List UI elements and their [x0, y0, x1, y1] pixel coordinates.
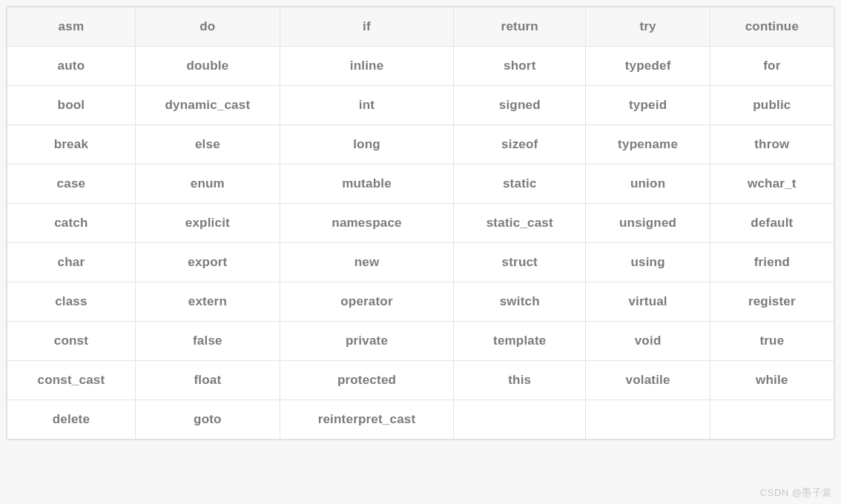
table-cell: delete [7, 400, 136, 440]
table-row: auto double inline short typedef for [7, 47, 834, 86]
table-cell: goto [135, 400, 280, 440]
table-cell: else [135, 125, 280, 165]
table-cell: friend [710, 243, 834, 282]
table-cell: typedef [586, 47, 710, 86]
table-row: char export new struct using friend [7, 243, 834, 282]
table-cell: signed [454, 86, 586, 125]
table-cell: reinterpret_cast [280, 400, 453, 440]
watermark: CSDN @墨子裳 [760, 486, 832, 500]
table-cell: inline [280, 47, 453, 86]
keywords-table: asm do if return try continue auto doubl… [7, 7, 834, 440]
table-cell: unsigned [586, 204, 710, 243]
table-cell: this [454, 361, 586, 400]
table-cell: const [7, 322, 136, 361]
table-cell: char [7, 243, 136, 282]
table-cell: while [710, 361, 834, 400]
table-cell: static [454, 165, 586, 204]
table-cell: for [710, 47, 834, 86]
header-cell: asm [7, 7, 136, 47]
table-cell: using [586, 243, 710, 282]
table-cell: true [710, 322, 834, 361]
table-header-row: asm do if return try continue [7, 7, 834, 47]
table-cell: struct [454, 243, 586, 282]
table-cell: mutable [280, 165, 453, 204]
table-cell: enum [135, 165, 280, 204]
table-row: case enum mutable static union wchar_t [7, 165, 834, 204]
table-cell: throw [710, 125, 834, 165]
table-cell: double [135, 47, 280, 86]
table-cell: volatile [586, 361, 710, 400]
table-cell: export [135, 243, 280, 282]
table-cell: auto [7, 47, 136, 86]
header-cell: if [280, 7, 453, 47]
table-cell: sizeof [454, 125, 586, 165]
table-cell: int [280, 86, 453, 125]
table-cell: const_cast [7, 361, 136, 400]
table-cell [710, 400, 834, 440]
table-cell: bool [7, 86, 136, 125]
table-cell: explicit [135, 204, 280, 243]
table-cell: default [710, 204, 834, 243]
table-cell: virtual [586, 282, 710, 322]
table-row: catch explicit namespace static_cast uns… [7, 204, 834, 243]
table-cell [586, 400, 710, 440]
table-cell: operator [280, 282, 453, 322]
table-cell: typename [586, 125, 710, 165]
table-cell: wchar_t [710, 165, 834, 204]
table-cell: new [280, 243, 453, 282]
table-row: const_cast float protected this volatile… [7, 361, 834, 400]
table-cell: private [280, 322, 453, 361]
table-cell: break [7, 125, 136, 165]
table-cell: register [710, 282, 834, 322]
table-cell: protected [280, 361, 453, 400]
table-cell: float [135, 361, 280, 400]
table-cell: short [454, 47, 586, 86]
table-row: class extern operator switch virtual reg… [7, 282, 834, 322]
table-cell: long [280, 125, 453, 165]
table-cell: false [135, 322, 280, 361]
header-cell: return [454, 7, 586, 47]
table-row: bool dynamic_cast int signed typeid publ… [7, 86, 834, 125]
table-cell: union [586, 165, 710, 204]
header-cell: try [586, 7, 710, 47]
table-cell [454, 400, 586, 440]
table-cell: switch [454, 282, 586, 322]
table-cell: void [586, 322, 710, 361]
table-row: const false private template void true [7, 322, 834, 361]
table-cell: template [454, 322, 586, 361]
table-cell: catch [7, 204, 136, 243]
table-cell: typeid [586, 86, 710, 125]
table-cell: case [7, 165, 136, 204]
keywords-table-container: asm do if return try continue auto doubl… [6, 6, 835, 440]
header-cell: do [135, 7, 280, 47]
table-cell: namespace [280, 204, 453, 243]
table-cell: public [710, 86, 834, 125]
header-cell: continue [710, 7, 834, 47]
table-cell: extern [135, 282, 280, 322]
table-cell: dynamic_cast [135, 86, 280, 125]
table-cell: static_cast [454, 204, 586, 243]
table-cell: class [7, 282, 136, 322]
table-row: delete goto reinterpret_cast [7, 400, 834, 440]
table-row: break else long sizeof typename throw [7, 125, 834, 165]
